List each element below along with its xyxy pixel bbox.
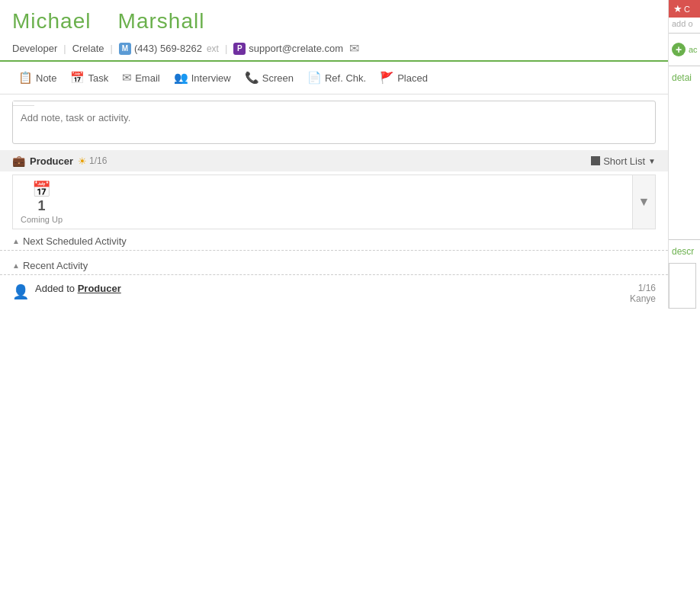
sidebar-divider-2 [669,66,700,66]
pipeline-bar: 💼 Producer ☀ 1/16 Short List ▼ [0,150,668,171]
interview-icon: 👥 [174,71,188,85]
sidebar-divider-3 [669,239,700,240]
activity-content: Added to Producer [35,283,624,294]
chevron-down-icon: ▼ [638,195,650,209]
contact-bar: Developer | Crelate | M (443) 569-8262 e… [0,37,668,62]
last-name: Marshall [118,9,205,33]
add-circle-icon: + [672,43,686,56]
star-icon: ★ [673,3,682,14]
placed-icon: 🚩 [380,71,394,85]
next-scheduled-arrow: ▲ [12,237,20,245]
add-label: add o [669,18,696,30]
next-scheduled-section: ▲ Next Scheduled Activity [0,229,668,251]
add-activity-label: ac [689,45,698,54]
sidebar-divider-1 [669,33,700,34]
note-textarea[interactable] [13,106,655,141]
producer-link[interactable]: Producer [78,283,121,294]
activity-item: 👤 Added to Producer 1/16 Kanye [0,278,668,309]
activity-meta: 1/16 Kanye [630,283,656,304]
coming-up-count: 1 [38,198,46,215]
phone-badge: M [119,43,131,55]
note-icon: 📋 [18,71,33,85]
activity-text: Added to Producer [35,283,121,294]
screen-icon: 📞 [245,71,259,85]
contact-header: Michael Marshall [0,0,668,37]
refchk-icon: 📄 [307,71,322,85]
coming-up-expand-button[interactable]: ▼ [632,175,655,229]
screen-button[interactable]: 📞 Screen [239,68,300,88]
shortlist-chevron-icon: ▼ [648,157,656,165]
activity-date: 1/16 [638,283,656,293]
pipeline-name: Producer [30,155,73,167]
star-button[interactable]: ★ C [669,0,700,18]
phone-number: (443) 569-8262 [134,43,202,54]
interview-button[interactable]: 👥 Interview [168,68,237,88]
pipeline-date: ☀ 1/16 [78,155,107,167]
star-label: C [684,5,690,14]
note-button[interactable]: 📋 Note [12,68,63,88]
right-sidebar: ★ C add o + ac detai descr [668,0,700,309]
note-input-area[interactable] [12,101,656,144]
add-activity-button[interactable]: + ac [669,37,700,62]
coming-up-label: Coming Up [21,215,63,224]
refchk-button[interactable]: 📄 Ref. Chk. [301,68,372,88]
sep3: | [225,43,227,54]
task-button[interactable]: 📅 Task [64,68,114,88]
email-badge: P [233,43,246,55]
job-title: Developer [12,43,57,54]
email-button[interactable]: ✉ Email [116,68,166,88]
company: Crelate [72,43,104,54]
contact-name: Michael Marshall [12,9,656,34]
shortlist-icon [591,156,600,165]
pipeline-info: 💼 Producer ☀ 1/16 [12,155,107,167]
sun-icon: ☀ [78,155,87,167]
activity-user: Kanye [630,293,656,304]
activity-person-icon: 👤 [12,283,29,300]
activity-toolbar: 📋 Note 📅 Task ✉ Email 👥 Interview 📞 Scre… [0,62,668,94]
description-label: descr [669,243,697,260]
shortlist-button[interactable]: Short List ▼ [591,155,656,167]
description-textarea[interactable] [669,263,696,309]
sep1: | [63,43,66,54]
ext-label: ext [207,43,219,54]
placed-button[interactable]: 🚩 Placed [374,68,434,88]
email-tool-icon: ✉ [122,71,132,85]
next-scheduled-label: Next Scheduled Activity [23,235,127,247]
email-icon: ✉ [349,41,359,56]
recent-activity-label: Recent Activity [23,260,88,271]
email-item: P support@crelate.com [233,43,343,55]
recent-activity-arrow: ▲ [12,261,20,270]
first-name: Michael [12,9,91,33]
coming-up-widget: 📅 1 Coming Up ▼ [12,175,656,229]
email-address: support@crelate.com [249,43,343,54]
calendar-icon: 📅 [32,180,51,198]
coming-up-spacer [70,175,632,229]
task-icon: 📅 [70,71,85,85]
recent-activity-section: ▲ Recent Activity [0,254,668,275]
coming-up-left: 📅 1 Coming Up [13,175,70,229]
details-label: detai [669,69,695,86]
phone-item: M (443) 569-8262 [119,43,202,55]
sep2: | [111,43,113,54]
pipeline-icon: 💼 [12,155,25,167]
